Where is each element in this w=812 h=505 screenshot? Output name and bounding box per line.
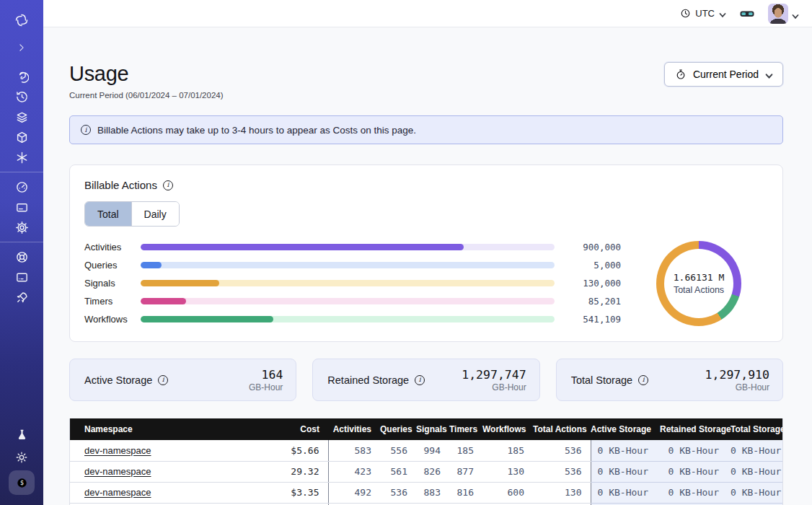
billable-actions-title: Billable Actions (84, 179, 157, 191)
labs-flask-icon[interactable] (9, 424, 34, 444)
total-actions-cell: 130 (533, 482, 591, 503)
total-storage-cell: 0 KB-Hour (731, 461, 783, 482)
signals-cell: 826 (416, 461, 449, 482)
current-period-button[interactable]: Current Period (664, 62, 783, 87)
cost-cell: $3.35 (276, 482, 328, 503)
donut-center-value: 1.66131 M (674, 272, 724, 283)
svg-text:$: $ (19, 480, 23, 486)
total-storage-card: Total Storage i 1,297,910 GB-Hour (556, 359, 783, 401)
docs-terminal-icon[interactable] (9, 267, 34, 287)
timers-cell: 816 (449, 482, 482, 503)
chevron-down-icon (792, 10, 799, 17)
signals-cell: 883 (416, 482, 449, 503)
storage-summary-row: Active Storage i 164 GB-Hour Retained St… (69, 359, 783, 401)
bar-row-activities: Activities 900,000 (84, 238, 621, 256)
col-activities: Activities (328, 418, 380, 440)
timers-cell: 877 (449, 461, 482, 482)
sidebar-divider (0, 172, 43, 172)
donut-center-label: Total Actions (674, 285, 724, 295)
rocket-icon[interactable] (9, 287, 34, 307)
table-header-row: Namespace Cost Activities Queries Signal… (70, 418, 783, 440)
bar-track (141, 244, 555, 250)
bar-label: Activities (84, 242, 141, 252)
retained-storage-cell: 0 KB-Hour (660, 440, 731, 461)
usage-dollar-icon[interactable]: $ (9, 470, 35, 495)
bar-track (141, 280, 555, 286)
account-menu[interactable] (768, 4, 799, 24)
col-total-storage: Total Storage (731, 418, 783, 440)
namespace-link[interactable]: dev-namespace (84, 445, 151, 456)
bar-row-signals: Signals 130,000 (84, 274, 621, 292)
cost-cell: 29.32 (276, 461, 328, 482)
bar-label: Queries (84, 260, 141, 271)
activities-cell: 492 (328, 482, 380, 503)
namespace-usage-table: Namespace Cost Activities Queries Signal… (69, 418, 783, 505)
page-subtitle: Current Period (06/01/2024 – 07/01/2024) (69, 91, 224, 100)
bar-label: Workflows (84, 314, 141, 325)
total-actions-cell: 536 (533, 440, 591, 461)
col-cost: Cost (276, 418, 328, 440)
namespace-link[interactable]: dev-namespace (84, 487, 151, 498)
col-retained-storage: Retained Storage (660, 418, 731, 440)
col-namespace: Namespace (70, 418, 276, 440)
bar-value: 130,000 (565, 278, 621, 289)
queries-cell: 556 (380, 440, 416, 461)
bar-track (141, 316, 555, 322)
retained-storage-card: Retained Storage i 1,297,747 GB-Hour (312, 359, 539, 401)
sidebar-divider (0, 242, 43, 242)
tab-total[interactable]: Total (85, 202, 132, 226)
storage-card-value: 1,297,747 (462, 368, 526, 382)
queries-cell: 561 (380, 461, 416, 482)
spiral-icon[interactable] (9, 66, 34, 87)
tab-daily[interactable]: Daily (132, 202, 179, 226)
stopwatch-icon (675, 69, 687, 80)
main-content: Usage Current Period (06/01/2024 – 07/01… (43, 27, 812, 505)
goggles-icon[interactable] (739, 6, 755, 22)
namespace-link[interactable]: dev-namespace (84, 466, 151, 477)
settings-gear-icon[interactable] (9, 217, 34, 237)
info-icon[interactable]: i (163, 180, 173, 190)
billing-card-icon[interactable] (9, 197, 34, 217)
timezone-selector[interactable]: UTC (680, 8, 726, 19)
layers-icon[interactable] (9, 107, 34, 127)
page-title: Usage (69, 62, 224, 86)
asterisk-icon[interactable] (9, 147, 34, 167)
bar-value: 85,201 (565, 296, 621, 307)
bar-value: 900,000 (565, 242, 621, 252)
gauge-icon[interactable] (9, 177, 34, 197)
bar-value: 5,000 (565, 260, 621, 271)
bar-label: Signals (84, 278, 141, 289)
signals-cell: 994 (416, 440, 449, 461)
info-icon: i (81, 125, 91, 135)
retained-storage-cell: 0 KB-Hour (660, 482, 731, 503)
history-clock-icon[interactable] (9, 87, 34, 107)
theme-sun-icon[interactable] (9, 447, 34, 467)
billable-actions-bar-chart: Activities 900,000 Queries 5,000 Signals… (84, 238, 621, 328)
support-lifebuoy-icon[interactable] (9, 247, 34, 267)
temporal-logo-icon[interactable] (9, 10, 34, 30)
total-storage-cell: 0 KB-Hour (731, 440, 783, 461)
activities-cell: 423 (328, 461, 380, 482)
storage-card-value: 164 (249, 368, 283, 382)
clock-icon (680, 8, 691, 19)
table-row: dev-namespace 29.32 423 561 826 877 130 … (70, 461, 783, 482)
workflows-cell: 600 (482, 482, 533, 503)
info-icon[interactable]: i (638, 375, 648, 385)
avatar (768, 4, 788, 24)
storage-card-label: Active Storage (84, 374, 152, 386)
billable-actions-card: Billable Actions i Total Daily Activitie… (69, 164, 783, 342)
collapse-chevron-icon[interactable] (9, 38, 34, 58)
table-row: dev-namespace $5.66 583 556 994 185 185 … (70, 440, 783, 461)
storage-card-label: Total Storage (571, 374, 632, 386)
info-icon[interactable]: i (158, 375, 168, 385)
current-period-label: Current Period (693, 69, 759, 80)
topbar: UTC (43, 0, 812, 27)
col-total-actions: Total Actions (533, 418, 591, 440)
bar-label: Timers (84, 296, 141, 307)
chevron-down-icon (719, 10, 726, 17)
bar-value: 541,109 (565, 314, 621, 325)
table-row: dev-namespace $3.35 492 536 883 816 600 … (70, 482, 783, 503)
cube-icon[interactable] (9, 127, 34, 147)
info-icon[interactable]: i (415, 375, 425, 385)
bar-track (141, 262, 555, 268)
